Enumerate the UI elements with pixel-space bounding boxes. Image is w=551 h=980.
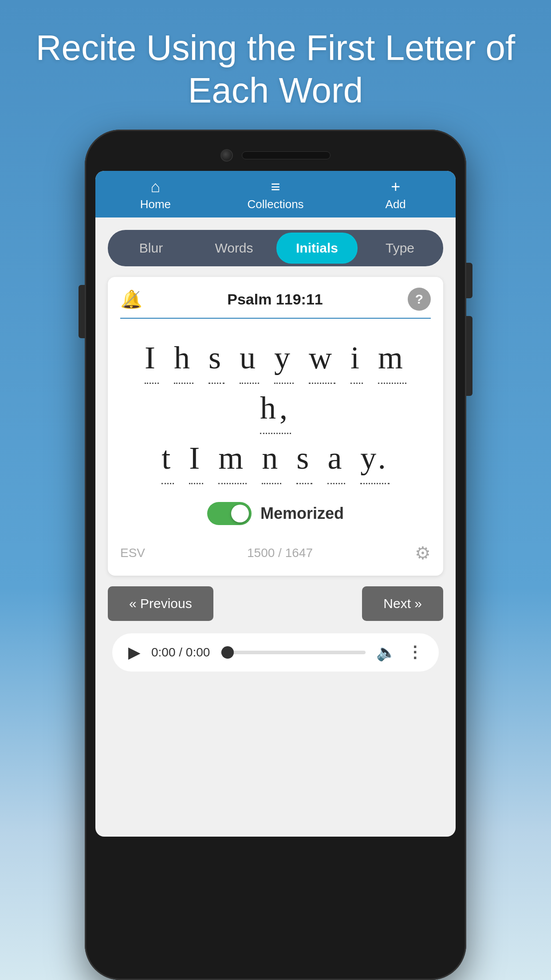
verse-reference: Psalm 119:11 xyxy=(142,291,408,308)
tab-initials[interactable]: Initials xyxy=(276,233,358,264)
initial-w: w xyxy=(309,334,335,384)
more-options-icon[interactable]: ⋮ xyxy=(407,643,423,662)
audio-progress-bar[interactable] xyxy=(220,651,366,654)
initial-i: i xyxy=(350,334,363,384)
initial-n: n xyxy=(262,434,281,484)
volume-button-right xyxy=(466,316,472,396)
initial-a: a xyxy=(327,434,345,484)
memorized-toggle[interactable] xyxy=(207,502,252,525)
nav-add[interactable]: + Add xyxy=(335,179,456,211)
audio-time: 0:00 / 0:00 xyxy=(151,645,210,660)
initial-h: h xyxy=(174,334,193,384)
help-button[interactable]: ? xyxy=(408,288,431,311)
initial-y: y xyxy=(274,334,294,384)
version-label: ESV xyxy=(120,546,145,560)
bell-icon[interactable]: 🔔 xyxy=(120,289,142,310)
verse-header: 🔔 Psalm 119:11 ? xyxy=(120,288,431,319)
tab-words[interactable]: Words xyxy=(193,233,275,264)
app-nav-bar: ⌂ Home ≡ Collections + Add xyxy=(95,171,456,217)
power-button xyxy=(466,263,472,298)
initials-display: I h s u y w i m h, t I xyxy=(120,329,431,493)
initial-m: m xyxy=(378,334,406,384)
nav-buttons: « Previous Next » xyxy=(108,586,443,621)
initial-y2: y. xyxy=(360,434,389,484)
page-title: Recite Using the First Letter of Each Wo… xyxy=(0,0,551,130)
audio-player: ▶ 0:00 / 0:00 🔈 ⋮ xyxy=(112,633,439,672)
initials-line-1: I h s u y w i m h, xyxy=(120,334,431,434)
initial-I2: I xyxy=(189,434,203,484)
initials-line-2: t I m n s a y. xyxy=(120,434,431,484)
home-icon: ⌂ xyxy=(150,179,160,195)
card-footer: ESV 1500 / 1647 ⚙ xyxy=(120,537,431,563)
initial-I: I xyxy=(145,334,159,384)
initial-h2: h, xyxy=(260,384,291,434)
memorized-row: Memorized xyxy=(120,493,431,530)
next-button[interactable]: Next » xyxy=(362,586,443,621)
collections-label: Collections xyxy=(247,198,303,211)
settings-icon[interactable]: ⚙ xyxy=(415,543,431,563)
volume-icon[interactable]: 🔈 xyxy=(376,643,396,662)
tab-type[interactable]: Type xyxy=(359,233,441,264)
collections-icon: ≡ xyxy=(271,179,280,195)
play-button[interactable]: ▶ xyxy=(128,643,141,662)
progress-indicator xyxy=(221,646,234,659)
nav-collections[interactable]: ≡ Collections xyxy=(216,179,336,211)
previous-button[interactable]: « Previous xyxy=(108,586,213,621)
phone-screen: ⌂ Home ≡ Collections + Add Blur Words xyxy=(95,171,456,837)
phone-notch xyxy=(95,143,456,167)
toggle-knob xyxy=(231,505,249,522)
home-label: Home xyxy=(140,198,171,211)
progress-label: 1500 / 1647 xyxy=(247,546,313,560)
nav-home[interactable]: ⌂ Home xyxy=(95,179,216,211)
content-area: Blur Words Initials Type 🔔 Psalm 119:11 … xyxy=(95,217,456,684)
front-camera xyxy=(220,149,233,162)
volume-button-left xyxy=(79,285,85,338)
initial-t: t xyxy=(161,434,174,484)
initial-u: u xyxy=(240,334,259,384)
add-label: Add xyxy=(386,198,406,211)
memorized-label: Memorized xyxy=(260,504,344,523)
initial-s: s xyxy=(209,334,224,384)
initial-s2: s xyxy=(296,434,312,484)
verse-card: 🔔 Psalm 119:11 ? I h s u y w i xyxy=(108,277,443,576)
add-icon: + xyxy=(391,179,400,195)
initial-m2: m xyxy=(218,434,247,484)
mode-tabs: Blur Words Initials Type xyxy=(108,230,443,266)
phone-device: ⌂ Home ≡ Collections + Add Blur Words xyxy=(76,130,475,980)
tab-blur[interactable]: Blur xyxy=(110,233,192,264)
phone-speaker xyxy=(242,151,331,159)
